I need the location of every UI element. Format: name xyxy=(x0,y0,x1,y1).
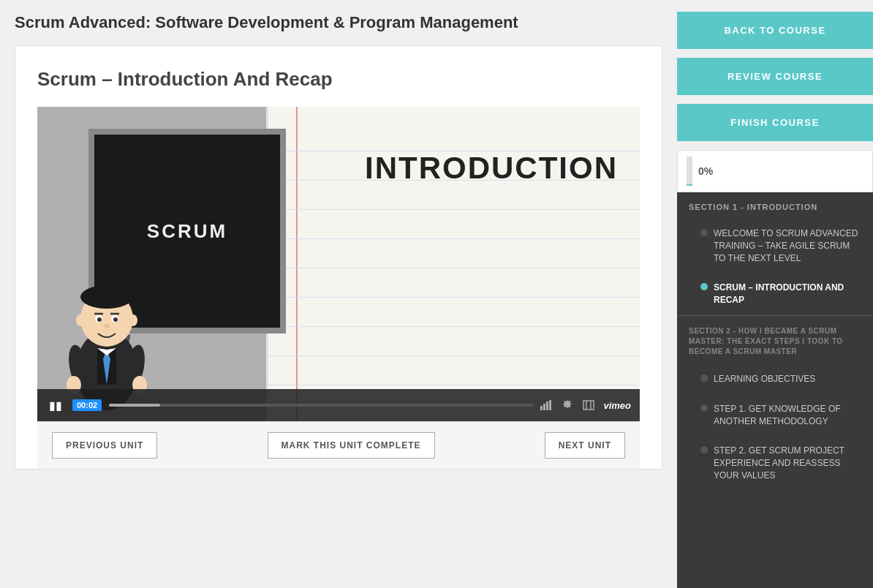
notebook-line xyxy=(268,385,640,385)
svg-point-12 xyxy=(113,317,118,322)
section2-item-3[interactable]: STEP 2. GET SCRUM PROJECT EXPERIENCE AND… xyxy=(677,436,873,490)
svg-rect-24 xyxy=(546,402,548,410)
section2-item-1-label: LEARNING OBJECTIVES xyxy=(714,373,815,385)
sidebar: BACK TO COURSE REVIEW COURSE FINISH COUR… xyxy=(677,0,873,588)
time-badge: 00:02 xyxy=(72,399,102,411)
next-unit-button[interactable]: NEXT UNIT xyxy=(545,432,625,459)
svg-point-7 xyxy=(85,288,99,300)
unit-title: Scrum – Introduction And Recap xyxy=(37,68,640,91)
section1-item-2[interactable]: SCRUM – INTRODUCTION AND RECAP xyxy=(677,273,873,315)
svg-point-8 xyxy=(114,288,129,300)
notebook-line xyxy=(268,297,640,298)
mark-complete-button[interactable]: MARK THIS UNIT COMPLETE xyxy=(268,432,435,459)
section2-item-2[interactable]: STEP 1. GET KNOWLEDGE OF ANOTHER METHODO… xyxy=(677,394,873,437)
page-title: Scrum Advanced: Software Development & P… xyxy=(15,13,662,32)
notebook-line xyxy=(268,238,640,239)
section2-item-2-label: STEP 1. GET KNOWLEDGE OF ANOTHER METHODO… xyxy=(714,403,861,428)
video-illustration: INTRODUCTION SCRUM xyxy=(37,107,640,421)
section1-item-2-label: SCRUM – INTRODUCTION AND RECAP xyxy=(714,282,861,306)
video-player[interactable]: INTRODUCTION SCRUM xyxy=(37,107,640,421)
progress-label: 0% xyxy=(698,165,713,177)
item-dot-3 xyxy=(700,374,708,382)
svg-point-17 xyxy=(129,314,137,326)
item-dot-1 xyxy=(700,229,708,236)
progress-section: 0% xyxy=(677,150,873,192)
finish-course-button[interactable]: FINISH COURSE xyxy=(677,104,873,141)
pause-button[interactable]: ▮▮ xyxy=(46,399,65,412)
section1-item-1[interactable]: WELCOME TO SCRUM ADVANCED TRAINING – TAK… xyxy=(677,219,873,273)
video-controls[interactable]: ▮▮ 00:02 xyxy=(37,389,640,421)
signal-icon xyxy=(540,400,553,410)
unit-nav-bar: PREVIOUS UNIT MARK THIS UNIT COMPLETE NE… xyxy=(37,421,640,469)
video-progress-track[interactable] xyxy=(109,404,533,407)
svg-point-15 xyxy=(104,324,110,328)
notebook-line xyxy=(268,209,640,210)
back-to-course-button[interactable]: BACK TO COURSE xyxy=(677,12,873,49)
item-dot-2 xyxy=(700,283,708,290)
course-sections: SECTION 1 - INTRODUCTION WELCOME TO SCRU… xyxy=(677,192,873,588)
course-progress-bar xyxy=(687,157,692,186)
section2-header: SECTION 2 - HOW I BECAME A SCRUM MASTER:… xyxy=(677,315,873,364)
item-dot-4 xyxy=(700,404,708,412)
section2-item-1[interactable]: LEARNING OBJECTIVES xyxy=(677,364,873,394)
video-progress-fill xyxy=(109,404,160,407)
item-dot-5 xyxy=(700,446,708,453)
notebook-line xyxy=(268,268,640,268)
notebook-line xyxy=(268,355,640,356)
section1-header: SECTION 1 - INTRODUCTION xyxy=(677,192,873,219)
svg-rect-22 xyxy=(540,406,543,410)
settings-icon[interactable] xyxy=(562,399,574,411)
vimeo-logo: vimeo xyxy=(603,400,631,411)
section1-item-1-label: WELCOME TO SCRUM ADVANCED TRAINING – TAK… xyxy=(714,227,861,264)
svg-point-16 xyxy=(76,314,85,326)
previous-unit-button[interactable]: PREVIOUS UNIT xyxy=(52,432,157,459)
svg-rect-25 xyxy=(549,400,551,410)
expand-icon[interactable] xyxy=(583,400,594,410)
svg-point-11 xyxy=(97,317,102,322)
section2-item-3-label: STEP 2. GET SCRUM PROJECT EXPERIENCE AND… xyxy=(714,445,861,481)
intro-text: INTRODUCTION xyxy=(365,151,618,186)
content-card: Scrum – Introduction And Recap xyxy=(15,45,662,470)
notebook-line xyxy=(268,326,640,327)
svg-rect-23 xyxy=(543,404,545,410)
svg-rect-26 xyxy=(583,401,594,410)
character xyxy=(52,238,162,414)
review-course-button[interactable]: REVIEW COURSE xyxy=(677,58,873,95)
course-progress-fill xyxy=(687,184,692,186)
video-controls-right: vimeo xyxy=(540,399,631,411)
